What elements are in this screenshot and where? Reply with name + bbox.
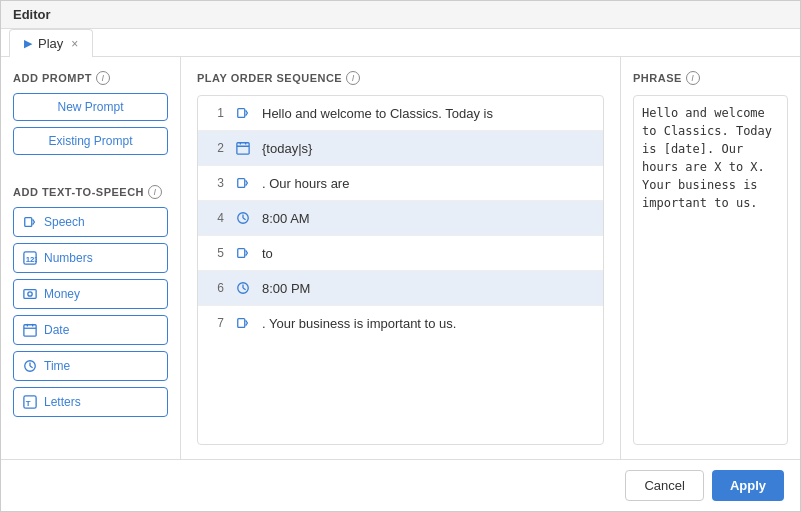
- seq-number: 1: [208, 106, 224, 120]
- numbers-button[interactable]: 123 Numbers: [13, 243, 168, 273]
- numbers-icon: 123: [22, 250, 38, 266]
- time-icon: [22, 358, 38, 374]
- money-icon: [22, 286, 38, 302]
- svg-rect-27: [238, 319, 245, 328]
- tab-bar: ▶ Play ×: [1, 29, 800, 57]
- date-seq-icon: [234, 139, 252, 157]
- audio-seq-icon: [234, 104, 252, 122]
- svg-rect-23: [238, 249, 245, 258]
- svg-rect-14: [238, 109, 245, 118]
- date-button[interactable]: Date: [13, 315, 168, 345]
- svg-rect-19: [238, 179, 245, 188]
- time-seq-icon: [234, 279, 252, 297]
- table-row[interactable]: 1Hello and welcome to Classics. Today is: [198, 96, 603, 131]
- middle-panel: PLAY ORDER SEQUENCE i 1Hello and welcome…: [181, 57, 620, 459]
- time-button[interactable]: Time: [13, 351, 168, 381]
- right-panel: PHRASE i: [620, 57, 800, 459]
- cancel-button[interactable]: Cancel: [625, 470, 703, 501]
- svg-line-22: [243, 218, 246, 220]
- audio-seq-icon: [234, 314, 252, 332]
- add-prompt-info-icon: i: [96, 71, 110, 85]
- sequence-title: PLAY ORDER SEQUENCE i: [197, 71, 604, 85]
- add-prompt-label: ADD PROMPT i: [13, 71, 168, 85]
- phrase-info-icon: i: [686, 71, 700, 85]
- add-tts-info-icon: i: [148, 185, 162, 199]
- footer: Cancel Apply: [1, 459, 800, 511]
- table-row[interactable]: 48:00 AM: [198, 201, 603, 236]
- phrase-textarea[interactable]: [633, 95, 788, 445]
- table-row[interactable]: 68:00 PM: [198, 271, 603, 306]
- seq-number: 7: [208, 316, 224, 330]
- table-row[interactable]: 2{today|s}: [198, 131, 603, 166]
- seq-text: . Our hours are: [262, 176, 349, 191]
- seq-number: 6: [208, 281, 224, 295]
- seq-text: to: [262, 246, 273, 261]
- seq-number: 4: [208, 211, 224, 225]
- svg-line-26: [243, 288, 246, 290]
- seq-text: Hello and welcome to Classics. Today is: [262, 106, 493, 121]
- date-icon: [22, 322, 38, 338]
- play-icon: ▶: [24, 37, 32, 50]
- left-panel: ADD PROMPT i New Prompt Existing Prompt …: [1, 57, 181, 459]
- money-button[interactable]: Money: [13, 279, 168, 309]
- seq-text: 8:00 PM: [262, 281, 310, 296]
- editor-window: Editor ▶ Play × ADD PROMPT i New Prompt …: [0, 0, 801, 512]
- audio-seq-icon: [234, 174, 252, 192]
- seq-text: 8:00 AM: [262, 211, 310, 226]
- speech-icon: [22, 214, 38, 230]
- letters-button[interactable]: T Letters: [13, 387, 168, 417]
- phrase-title: PHRASE i: [633, 71, 788, 85]
- svg-text:T: T: [26, 399, 31, 408]
- speech-button[interactable]: Speech: [13, 207, 168, 237]
- existing-prompt-button[interactable]: Existing Prompt: [13, 127, 168, 155]
- tab-close-icon[interactable]: ×: [71, 37, 78, 51]
- add-tts-label: ADD TEXT-TO-SPEECH i: [13, 185, 168, 199]
- sequence-list: 1Hello and welcome to Classics. Today is…: [197, 95, 604, 445]
- seq-text: . Your business is important to us.: [262, 316, 456, 331]
- letters-icon: T: [22, 394, 38, 410]
- table-row[interactable]: 7. Your business is important to us.: [198, 306, 603, 340]
- table-row[interactable]: 5to: [198, 236, 603, 271]
- table-row[interactable]: 3. Our hours are: [198, 166, 603, 201]
- main-content: ADD PROMPT i New Prompt Existing Prompt …: [1, 57, 800, 459]
- seq-number: 5: [208, 246, 224, 260]
- svg-line-11: [30, 366, 33, 368]
- play-tab[interactable]: ▶ Play ×: [9, 29, 93, 57]
- seq-number: 3: [208, 176, 224, 190]
- audio-seq-icon: [234, 244, 252, 262]
- sequence-info-icon: i: [346, 71, 360, 85]
- tab-label: Play: [38, 36, 63, 51]
- svg-rect-3: [24, 290, 36, 299]
- seq-text: {today|s}: [262, 141, 312, 156]
- svg-text:123: 123: [26, 255, 37, 264]
- seq-number: 2: [208, 141, 224, 155]
- title-bar: Editor: [1, 1, 800, 29]
- svg-point-4: [28, 292, 32, 296]
- svg-rect-5: [24, 325, 36, 336]
- svg-rect-15: [237, 143, 249, 154]
- svg-rect-0: [25, 218, 32, 227]
- editor-title: Editor: [13, 7, 51, 22]
- new-prompt-button[interactable]: New Prompt: [13, 93, 168, 121]
- apply-button[interactable]: Apply: [712, 470, 784, 501]
- time-seq-icon: [234, 209, 252, 227]
